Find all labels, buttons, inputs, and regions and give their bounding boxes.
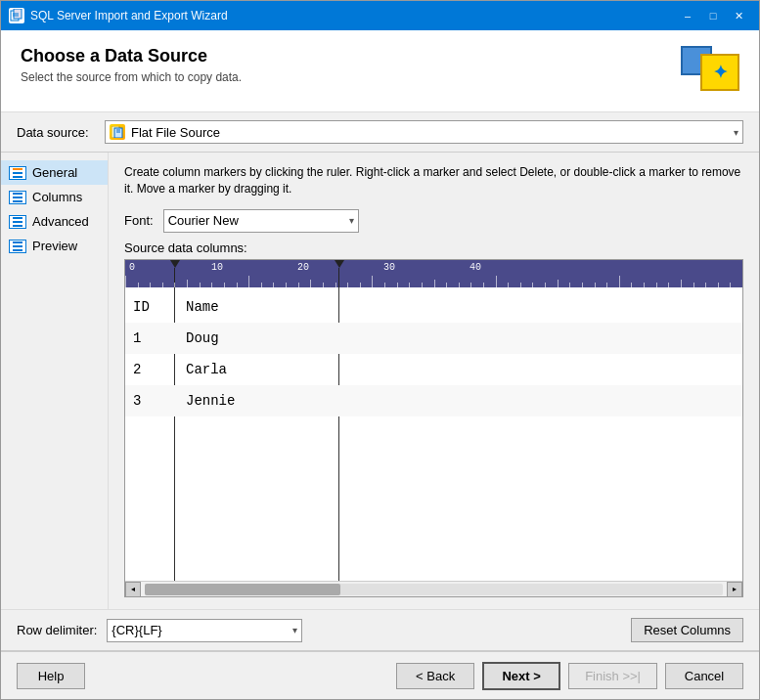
cell-row1-col1: 1 <box>129 330 141 346</box>
font-row: Font: Courier New ▾ <box>124 209 743 233</box>
app-icon <box>9 8 24 23</box>
sidebar-label-advanced: Advanced <box>32 214 89 229</box>
ruler-and-data: 0 10 20 30 40 <box>124 259 743 597</box>
advanced-icon <box>9 215 26 229</box>
cell-row2-col2: Carla <box>182 362 227 377</box>
ruler-tick-mark <box>558 280 559 287</box>
ruler-tick-mark <box>310 280 311 287</box>
help-button[interactable]: Help <box>17 663 85 689</box>
font-label: Font: <box>124 213 154 228</box>
row-delimiter-value: {CR}{LF} <box>112 623 161 637</box>
marker-line-2 <box>338 268 339 287</box>
columns-icon <box>9 191 26 204</box>
footer: Help < Back Next > Finish >>| Cancel <box>1 650 759 699</box>
datasource-arrow: ▾ <box>734 127 738 138</box>
sidebar-item-general[interactable]: General <box>1 160 108 185</box>
sidebar: General Columns <box>1 153 109 609</box>
scrollbar-row: ◂ ▸ <box>125 581 742 596</box>
cancel-button[interactable]: Cancel <box>665 663 743 689</box>
scroll-left-arrow[interactable]: ◂ <box>125 582 141 597</box>
next-button[interactable]: Next > <box>482 662 560 690</box>
marker-triangle-2 <box>335 260 344 268</box>
ruler-inner: 0 10 20 30 40 <box>125 260 742 287</box>
main-panel: Create column markers by clicking the ru… <box>109 153 759 609</box>
datasource-bar: Data source: Flat File Source ▾ <box>1 112 759 153</box>
icon-gold-box: ✦ <box>700 54 739 91</box>
finish-button[interactable]: Finish >>| <box>568 663 657 689</box>
row-delimiter-bar: Row delimiter: {CR}{LF} ▾ Reset Columns <box>1 609 759 650</box>
table-row: 2 Carla <box>125 354 742 385</box>
title-bar-controls: – □ ✕ <box>675 6 751 25</box>
data-area[interactable]: ID Name 1 Doug 2 Carla 3 <box>125 287 742 581</box>
scroll-right-arrow[interactable]: ▸ <box>727 582 742 597</box>
sidebar-item-preview[interactable]: Preview <box>1 234 108 258</box>
sidebar-label-columns: Columns <box>32 190 82 204</box>
h-scroll-thumb[interactable] <box>145 584 340 595</box>
datasource-select-inner: Flat File Source <box>110 124 220 140</box>
font-value: Courier New <box>168 213 239 228</box>
ruler-tick-mark <box>619 276 620 287</box>
page-subtitle: Select the source from which to copy dat… <box>21 70 242 84</box>
source-columns-label: Source data columns: <box>124 241 743 255</box>
cell-row0-col1: ID <box>129 299 150 315</box>
reset-columns-button[interactable]: Reset Columns <box>631 618 743 642</box>
sidebar-item-columns[interactable]: Columns <box>1 185 108 209</box>
maximize-button[interactable]: □ <box>700 6 726 25</box>
close-button[interactable]: ✕ <box>726 6 751 25</box>
ruler-tick-mark <box>496 276 497 287</box>
row-delimiter-arrow: ▾ <box>292 625 297 635</box>
data-content: ID Name 1 Doug 2 Carla 3 <box>125 287 742 420</box>
page-title: Choose a Data Source <box>21 46 242 66</box>
table-row: 1 Doug <box>125 323 742 354</box>
title-bar-left: SQL Server Import and Export Wizard <box>9 8 228 23</box>
table-row: 3 Jennie <box>125 385 742 416</box>
sidebar-item-advanced[interactable]: Advanced <box>1 209 108 234</box>
flat-file-icon <box>110 124 125 140</box>
font-arrow: ▾ <box>349 215 354 226</box>
ruler-tick-mark <box>434 280 435 287</box>
minimize-button[interactable]: – <box>675 6 700 25</box>
back-button[interactable]: < Back <box>396 663 474 689</box>
ruler-tick-mark <box>681 280 682 287</box>
datasource-dropdown[interactable]: Flat File Source ▾ <box>105 120 743 144</box>
ruler-tick-mark <box>125 276 126 287</box>
main-window: SQL Server Import and Export Wizard – □ … <box>0 0 760 700</box>
preview-icon <box>9 240 26 253</box>
sidebar-label-preview: Preview <box>32 239 77 253</box>
ruler-tick-mark <box>187 280 188 287</box>
ruler-tick-mark <box>248 276 249 287</box>
content-area: General Columns <box>1 153 759 609</box>
ruler[interactable]: 0 10 20 30 40 <box>125 260 742 287</box>
sidebar-label-general: General <box>32 165 77 180</box>
cell-row3-col2: Jennie <box>182 393 235 409</box>
wizard-icon: ✦ <box>681 46 739 100</box>
general-icon <box>9 166 26 180</box>
table-row: ID Name <box>125 291 742 323</box>
cell-row3-col1: 3 <box>129 393 141 409</box>
h-scroll-track[interactable] <box>145 584 723 595</box>
datasource-value: Flat File Source <box>131 125 220 140</box>
cell-row2-col1: 2 <box>129 362 141 377</box>
cell-row0-col2: Name <box>182 299 219 315</box>
font-dropdown[interactable]: Courier New ▾ <box>163 209 359 233</box>
cell-row1-col2: Doug <box>182 330 219 346</box>
column-marker-2[interactable] <box>338 260 341 287</box>
header-section: Choose a Data Source Select the source f… <box>1 30 759 112</box>
title-bar: SQL Server Import and Export Wizard – □ … <box>1 1 759 30</box>
row-delimiter-dropdown[interactable]: {CR}{LF} ▾ <box>107 619 302 642</box>
ruler-tick-mark <box>372 276 373 287</box>
marker-triangle-1 <box>170 260 180 268</box>
window-title: SQL Server Import and Export Wizard <box>30 9 228 22</box>
instructions-text: Create column markers by clicking the ru… <box>124 164 743 197</box>
row-delimiter-label: Row delimiter: <box>17 623 97 637</box>
datasource-label: Data source: <box>17 125 95 140</box>
